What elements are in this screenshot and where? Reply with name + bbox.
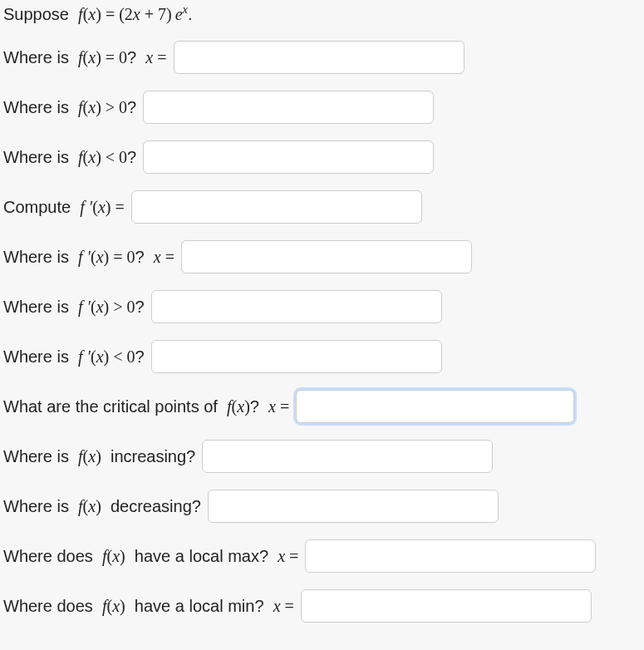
input-fprime[interactable] — [131, 190, 422, 224]
question-row-local-max: Where does f(x) have a local max? x = — [3, 539, 641, 573]
question-row-f-zero: Where is f(x) = 0? x = — [3, 41, 641, 74]
input-fprime-positive[interactable] — [151, 290, 442, 323]
question-row-fprime: Compute f ′(x) = — [3, 190, 641, 224]
input-f-positive[interactable] — [143, 91, 434, 124]
label-fprime: Compute f ′(x) = — [3, 198, 125, 217]
input-f-zero[interactable] — [174, 41, 465, 74]
label-fprime-negative: Where is f ′(x) < 0? — [3, 347, 145, 367]
label-decreasing: Where is f(x) decreasing? — [3, 497, 201, 516]
input-increasing[interactable] — [202, 440, 493, 473]
question-row-fprime-zero: Where is f ′(x) = 0? x = — [3, 240, 641, 273]
input-local-max[interactable] — [305, 539, 596, 573]
question-row-decreasing: Where is f(x) decreasing? — [3, 490, 641, 523]
label-f-positive: Where is f(x) > 0? — [3, 98, 136, 117]
label-local-max: Where does f(x) have a local max? x = — [3, 547, 298, 566]
question-row-f-positive: Where is f(x) > 0? — [3, 91, 641, 124]
question-row-critical: What are the critical points of f(x)? x … — [3, 390, 641, 423]
label-fprime-positive: Where is f ′(x) > 0? — [3, 298, 145, 317]
label-fprime-zero: Where is f ′(x) = 0? x = — [3, 248, 175, 267]
question-row-local-min: Where does f(x) have a local min? x = — [3, 589, 641, 623]
problem-statement: Suppose f(x) = (2x + 7) ex. — [3, 5, 641, 24]
input-local-min[interactable] — [301, 589, 592, 623]
input-fprime-negative[interactable] — [151, 340, 442, 373]
question-row-fprime-positive: Where is f ′(x) > 0? — [3, 290, 641, 323]
input-decreasing[interactable] — [208, 490, 499, 523]
question-row-increasing: Where is f(x) increasing? — [3, 440, 641, 473]
input-critical[interactable] — [296, 390, 574, 423]
statement-text: Suppose f(x) = (2x + 7) ex. — [3, 5, 193, 24]
label-f-negative: Where is f(x) < 0? — [3, 148, 136, 167]
label-local-min: Where does f(x) have a local min? x = — [3, 597, 294, 616]
label-critical: What are the critical points of f(x)? x … — [3, 397, 289, 416]
question-row-f-negative: Where is f(x) < 0? — [3, 140, 641, 174]
input-fprime-zero[interactable] — [181, 240, 472, 273]
label-increasing: Where is f(x) increasing? — [3, 447, 195, 466]
input-f-negative[interactable] — [143, 140, 434, 174]
label-f-zero: Where is f(x) = 0? x = — [3, 48, 167, 67]
question-row-fprime-negative: Where is f ′(x) < 0? — [3, 340, 641, 373]
